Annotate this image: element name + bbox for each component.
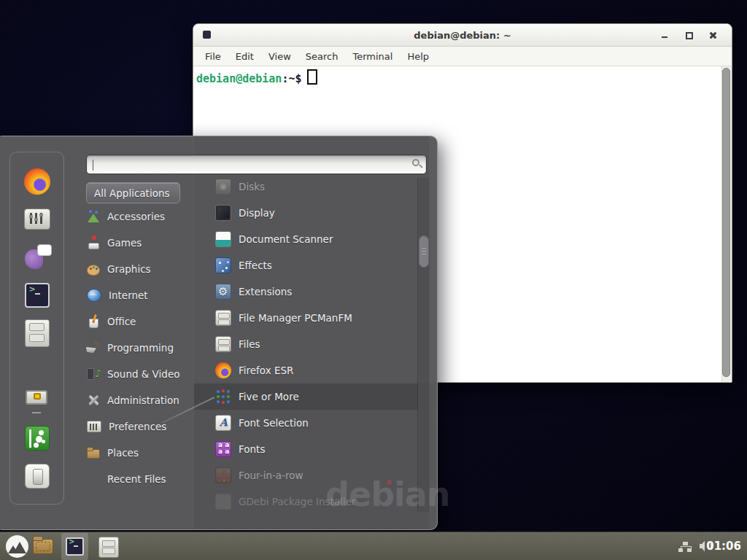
clock[interactable]: 01:06 bbox=[706, 540, 741, 553]
app-item-files[interactable]: Files bbox=[194, 331, 418, 357]
menu-scrollbar-track[interactable] bbox=[417, 178, 430, 512]
terminal-cursor bbox=[307, 69, 317, 85]
taskbar: 01:06 bbox=[0, 532, 747, 560]
app-item-gdebi[interactable]: GDebi Package Installer bbox=[194, 489, 418, 515]
menu-help[interactable]: Help bbox=[400, 51, 436, 62]
app-label: File Manager PCManFM bbox=[239, 312, 352, 324]
category-graphics[interactable]: Graphics bbox=[86, 258, 193, 280]
disks-icon bbox=[215, 179, 231, 195]
close-button[interactable] bbox=[708, 30, 719, 41]
category-label: Graphics bbox=[107, 263, 151, 275]
app-item-fonts[interactable]: Fonts bbox=[194, 436, 418, 462]
category-label: Recent Files bbox=[107, 473, 166, 485]
fonts-icon bbox=[215, 441, 231, 457]
application-menu-panel: debian All Applications Accessories Game… bbox=[0, 136, 438, 530]
app-item-four-in-a-row[interactable]: Four-in-a-row bbox=[194, 462, 418, 489]
app-item-file-manager-pcmanfm[interactable]: File Manager PCManFM bbox=[194, 305, 418, 331]
font-selection-icon bbox=[215, 415, 231, 431]
search-icon bbox=[412, 159, 419, 166]
maximize-button[interactable] bbox=[684, 30, 694, 41]
gdebi-icon bbox=[215, 494, 231, 510]
app-label: Font Selection bbox=[239, 417, 309, 429]
desktop[interactable]: debian@debian: ~ File Edit View Search T… bbox=[0, 0, 747, 560]
terminal-menubar: File Edit View Search Terminal Help bbox=[193, 47, 732, 66]
app-item-disks[interactable]: Disks bbox=[194, 174, 418, 200]
category-recent-files[interactable]: Recent Files bbox=[86, 468, 193, 490]
app-item-extensions[interactable]: Extensions bbox=[194, 279, 418, 305]
category-label: Sound & Video bbox=[107, 368, 179, 380]
firefox-icon[interactable] bbox=[24, 168, 50, 195]
menu-edit[interactable]: Edit bbox=[228, 51, 261, 62]
network-icon[interactable] bbox=[678, 542, 692, 552]
app-label: Document Scanner bbox=[239, 233, 333, 245]
internet-globe-icon bbox=[87, 289, 101, 302]
games-icon bbox=[86, 236, 101, 250]
menu-search-box[interactable] bbox=[86, 155, 427, 174]
category-administration[interactable]: Administration bbox=[86, 389, 193, 411]
app-label: Files bbox=[239, 338, 260, 350]
menu-button[interactable] bbox=[6, 535, 28, 558]
category-accessories[interactable]: Accessories bbox=[86, 206, 193, 228]
terminal-scrollbar[interactable] bbox=[721, 66, 732, 382]
category-office[interactable]: Office bbox=[86, 311, 193, 332]
favorites-sidebar bbox=[9, 152, 64, 505]
file-manager-icon[interactable] bbox=[25, 319, 50, 347]
terminal-app-icon bbox=[203, 31, 211, 39]
category-preferences[interactable]: Preferences bbox=[86, 416, 193, 438]
office-icon bbox=[86, 314, 101, 329]
category-all-applications[interactable]: All Applications bbox=[86, 182, 180, 203]
category-label: Programming bbox=[107, 342, 174, 354]
category-games[interactable]: Games bbox=[86, 232, 193, 254]
app-label: Five or More bbox=[239, 391, 299, 402]
category-label: Administration bbox=[107, 394, 179, 406]
menu-scrollbar-handle[interactable] bbox=[419, 236, 429, 268]
terminal-task-button[interactable] bbox=[61, 533, 88, 560]
app-label: Firefox ESR bbox=[239, 365, 293, 376]
places-folder-icon bbox=[86, 446, 101, 460]
terminal-scrollbar-handle[interactable] bbox=[722, 68, 730, 377]
category-label: Accessories bbox=[107, 211, 165, 222]
file-cabinet-icon bbox=[215, 336, 231, 352]
category-label: Internet bbox=[109, 289, 148, 301]
log-out-icon[interactable] bbox=[25, 426, 50, 451]
file-cabinet-icon bbox=[215, 310, 231, 326]
minimize-button[interactable] bbox=[659, 30, 670, 41]
app-item-effects[interactable]: Effects bbox=[194, 252, 418, 279]
network-icon-lines bbox=[681, 546, 692, 550]
terminal-title: debian@debian: ~ bbox=[414, 30, 511, 41]
graphics-icon bbox=[86, 262, 101, 276]
document-scanner-icon bbox=[215, 231, 231, 247]
lock-screen-icon[interactable] bbox=[24, 389, 50, 411]
menu-search[interactable]: Search bbox=[298, 51, 346, 62]
terminal-titlebar[interactable]: debian@debian: ~ bbox=[193, 24, 732, 47]
files-launcher[interactable] bbox=[98, 537, 119, 558]
administration-icon bbox=[86, 393, 101, 408]
terminal-launcher-icon[interactable] bbox=[25, 283, 50, 308]
menu-view[interactable]: View bbox=[261, 51, 298, 62]
app-item-document-scanner[interactable]: Document Scanner bbox=[194, 226, 418, 252]
category-places[interactable]: Places bbox=[86, 442, 193, 464]
app-label: GDebi Package Installer bbox=[239, 496, 356, 508]
app-item-font-selection[interactable]: Font Selection bbox=[194, 410, 418, 436]
category-internet[interactable]: Internet bbox=[86, 284, 193, 306]
app-item-five-or-more[interactable]: Five or More bbox=[194, 384, 418, 410]
file-manager-launcher[interactable] bbox=[33, 539, 53, 554]
app-item-firefox-esr[interactable]: Firefox ESR bbox=[194, 357, 418, 384]
control-center-icon[interactable] bbox=[24, 209, 50, 230]
app-item-display[interactable]: Display bbox=[194, 200, 418, 226]
shut-down-icon[interactable] bbox=[25, 464, 50, 489]
accessories-icon bbox=[86, 209, 101, 224]
category-label: Games bbox=[107, 237, 142, 249]
category-programming[interactable]: Programming bbox=[86, 337, 193, 359]
pidgin-icon[interactable] bbox=[24, 244, 50, 271]
programming-icon bbox=[86, 341, 101, 355]
menu-file[interactable]: File bbox=[198, 51, 228, 62]
app-label: Fonts bbox=[239, 443, 265, 455]
prompt-user-host: debian@debian bbox=[196, 72, 282, 85]
effects-icon bbox=[215, 257, 231, 273]
search-input[interactable] bbox=[93, 158, 406, 171]
app-label: Effects bbox=[239, 260, 272, 271]
four-in-a-row-icon bbox=[215, 467, 231, 483]
menu-terminal[interactable]: Terminal bbox=[345, 51, 400, 62]
category-sound-video[interactable]: Sound & Video bbox=[86, 363, 193, 385]
